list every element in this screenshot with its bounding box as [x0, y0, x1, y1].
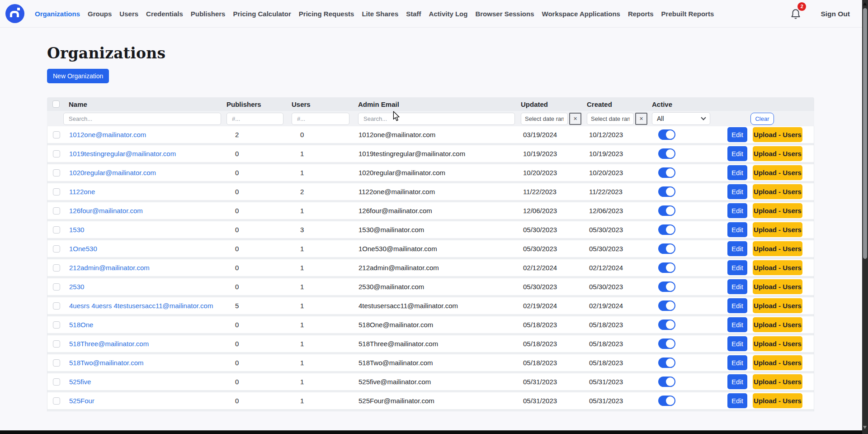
column-header-name[interactable]: Name	[67, 100, 226, 108]
nav-item-reports[interactable]: Reports	[628, 10, 654, 18]
row-checkbox[interactable]	[53, 397, 60, 405]
users-filter-input[interactable]	[292, 113, 349, 125]
upload-users-button[interactable]: Upload - Users	[753, 317, 802, 332]
org-name-link[interactable]: 1020regular@mailinator.com	[69, 169, 156, 176]
active-toggle[interactable]	[658, 129, 675, 140]
org-name-link[interactable]: 4uesrs 4uesrs 4testusersacc11@mailinator…	[69, 302, 213, 310]
edit-button[interactable]: Edit	[727, 374, 747, 389]
nav-item-lite-shares[interactable]: Lite Shares	[362, 10, 398, 18]
upload-users-button[interactable]: Upload - Users	[753, 298, 802, 313]
nav-item-users[interactable]: Users	[119, 10, 138, 18]
app-logo-icon[interactable]	[5, 4, 24, 23]
upload-users-button[interactable]: Upload - Users	[753, 203, 802, 218]
edit-button[interactable]: Edit	[727, 203, 747, 218]
nav-item-prebuilt-reports[interactable]: Prebuilt Reports	[661, 10, 714, 18]
sign-out-button[interactable]: Sign Out	[821, 10, 850, 18]
active-toggle[interactable]	[658, 148, 675, 159]
edit-button[interactable]: Edit	[727, 260, 747, 275]
nav-item-organizations[interactable]: Organizations	[35, 10, 80, 18]
upload-users-button[interactable]: Upload - Users	[753, 374, 802, 389]
column-header-created[interactable]: Created	[587, 100, 652, 108]
upload-users-button[interactable]: Upload - Users	[753, 355, 802, 370]
edit-button[interactable]: Edit	[727, 165, 747, 180]
upload-users-button[interactable]: Upload - Users	[753, 184, 802, 199]
active-toggle[interactable]	[658, 396, 675, 406]
edit-button[interactable]: Edit	[727, 127, 747, 142]
row-checkbox[interactable]	[53, 245, 60, 253]
org-name-link[interactable]: 2530	[69, 283, 84, 291]
upload-users-button[interactable]: Upload - Users	[753, 165, 802, 180]
active-toggle[interactable]	[658, 320, 675, 330]
horizontal-scrollbar[interactable]	[0, 430, 868, 434]
org-name-link[interactable]: 518One	[69, 321, 93, 329]
row-checkbox[interactable]	[53, 359, 60, 367]
row-checkbox[interactable]	[53, 321, 60, 329]
edit-button[interactable]: Edit	[727, 317, 747, 332]
active-toggle[interactable]	[658, 358, 675, 368]
edit-button[interactable]: Edit	[727, 184, 747, 199]
active-toggle[interactable]	[658, 224, 675, 235]
column-header-active[interactable]: Active	[652, 100, 727, 108]
upload-users-button[interactable]: Upload - Users	[753, 393, 802, 408]
edit-button[interactable]: Edit	[727, 279, 747, 294]
org-name-link[interactable]: 1122one	[69, 188, 95, 196]
org-name-link[interactable]: 126four@mailinator.com	[69, 207, 143, 215]
nav-item-workspace-applications[interactable]: Workspace Applications	[542, 10, 620, 18]
column-header-updated[interactable]: Updated	[521, 100, 587, 108]
column-header-publishers[interactable]: Publishers	[226, 100, 292, 108]
vertical-scrollbar[interactable]	[862, 0, 868, 434]
active-toggle[interactable]	[658, 205, 675, 216]
nav-item-browser-sessions[interactable]: Browser Sessions	[475, 10, 534, 18]
org-name-link[interactable]: 1012one@mailinator.com	[69, 131, 146, 138]
edit-button[interactable]: Edit	[727, 355, 747, 370]
row-checkbox[interactable]	[53, 188, 60, 196]
new-organization-button[interactable]: New Organization	[47, 69, 109, 83]
org-name-link[interactable]: 518Three@mailinator.com	[69, 340, 149, 348]
edit-button[interactable]: Edit	[727, 241, 747, 256]
name-search-input[interactable]	[63, 113, 221, 125]
org-name-link[interactable]: 525Four	[69, 397, 94, 405]
scrollbar-thumb[interactable]	[863, 8, 867, 259]
row-checkbox[interactable]	[53, 340, 60, 348]
nav-item-credentials[interactable]: Credentials	[146, 10, 183, 18]
org-name-link[interactable]: 518Two@mailinator.com	[69, 359, 143, 367]
row-checkbox[interactable]	[53, 169, 60, 176]
scroll-down-arrow-icon[interactable]	[863, 426, 867, 429]
upload-users-button[interactable]: Upload - Users	[753, 222, 802, 237]
notifications-button[interactable]: 2	[790, 8, 802, 20]
nav-item-publishers[interactable]: Publishers	[191, 10, 226, 18]
upload-users-button[interactable]: Upload - Users	[753, 146, 802, 161]
clear-created-date-button[interactable]: ×	[635, 113, 647, 125]
active-toggle[interactable]	[658, 262, 675, 273]
active-filter-select[interactable]: All	[652, 112, 710, 125]
created-date-range-input[interactable]	[587, 113, 634, 125]
org-name-link[interactable]: 1One530	[69, 245, 97, 253]
edit-button[interactable]: Edit	[727, 222, 747, 237]
edit-button[interactable]: Edit	[727, 298, 747, 313]
clear-filters-button[interactable]: Clear	[750, 113, 774, 125]
nav-item-pricing-requests[interactable]: Pricing Requests	[299, 10, 354, 18]
upload-users-button[interactable]: Upload - Users	[753, 127, 802, 142]
row-checkbox[interactable]	[53, 264, 60, 272]
active-toggle[interactable]	[658, 339, 675, 349]
row-checkbox[interactable]	[53, 378, 60, 386]
row-checkbox[interactable]	[53, 226, 60, 234]
org-name-link[interactable]: 212admin@mailinator.com	[69, 264, 150, 272]
row-checkbox[interactable]	[53, 283, 60, 291]
active-toggle[interactable]	[658, 281, 675, 292]
active-toggle[interactable]	[658, 243, 675, 254]
column-header-users[interactable]: Users	[292, 100, 358, 108]
upload-users-button[interactable]: Upload - Users	[753, 260, 802, 275]
select-all-checkbox[interactable]	[52, 100, 60, 108]
active-toggle[interactable]	[658, 167, 675, 178]
nav-item-activity-log[interactable]: Activity Log	[429, 10, 468, 18]
nav-item-staff[interactable]: Staff	[406, 10, 421, 18]
admin-email-search-input[interactable]	[358, 113, 515, 125]
row-checkbox[interactable]	[53, 302, 60, 310]
active-toggle[interactable]	[658, 186, 675, 197]
publishers-filter-input[interactable]	[226, 113, 283, 125]
updated-date-range-input[interactable]	[521, 113, 568, 125]
org-name-link[interactable]: 1019testingregular@mailinator.com	[69, 150, 176, 157]
org-name-link[interactable]: 1530	[69, 226, 84, 234]
clear-updated-date-button[interactable]: ×	[569, 113, 581, 125]
